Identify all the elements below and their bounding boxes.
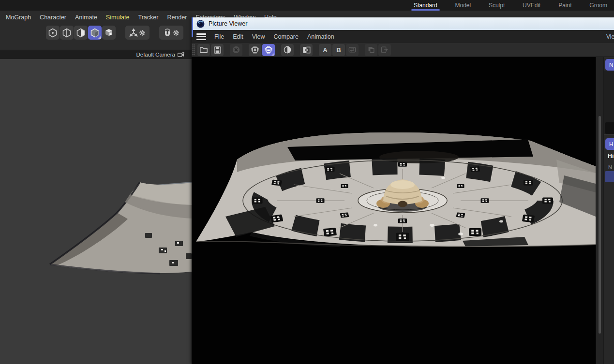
magnet-icon — [163, 29, 172, 37]
snap-button[interactable] — [159, 26, 183, 40]
cancel-circle-icon — [232, 45, 240, 54]
pv-menu-compare[interactable]: Compare — [270, 33, 303, 40]
image-a-button[interactable]: A — [319, 44, 331, 56]
hexagon-edge-icon — [62, 28, 72, 38]
contrast-icon — [283, 45, 292, 54]
hexagon-half-icon — [76, 28, 86, 38]
save-image-button[interactable] — [211, 44, 224, 56]
swap-arrows-icon — [348, 46, 357, 54]
menu-character[interactable]: Character — [35, 14, 71, 21]
swap-compare-button[interactable] — [346, 44, 359, 56]
export-arrow-icon — [380, 45, 389, 54]
picture-viewer-titlebar[interactable]: Picture Viewer — [192, 17, 614, 30]
compare-split-button[interactable] — [300, 44, 313, 56]
clipped-panel-label: Vie — [606, 30, 614, 43]
polygons-mode-button[interactable] — [74, 26, 88, 40]
tab-groom[interactable]: Groom — [584, 0, 612, 11]
camera-label[interactable]: Default Camera — [136, 52, 175, 58]
tab-sculpt[interactable]: Sculpt — [484, 0, 509, 11]
render-image — [192, 57, 596, 364]
menu-tracker[interactable]: Tracker — [134, 14, 163, 21]
cinema4d-logo-icon — [196, 20, 205, 28]
main-toolbar — [0, 24, 192, 50]
hexagon-model-icon — [90, 28, 100, 38]
export-image-button[interactable] — [378, 44, 391, 56]
ram-player-button[interactable] — [262, 44, 275, 56]
split-compare-icon — [302, 46, 311, 54]
hexagon-points-icon — [48, 28, 58, 38]
pv-menu-animation[interactable]: Animation — [303, 33, 339, 40]
model-mode-button[interactable] — [88, 26, 102, 40]
image-a-label: A — [323, 46, 327, 54]
cube-icon — [104, 28, 114, 38]
cinema4d-app: Standard Model Sculpt UVEdit Paint Groom… — [0, 0, 614, 364]
snap-settings-gear-icon — [173, 29, 180, 36]
pv-menu-file[interactable]: File — [210, 33, 228, 40]
picture-viewer-window: Picture Viewer File Edit View Compare An… — [192, 17, 614, 364]
display-filter-button[interactable] — [281, 44, 294, 56]
tab-standard[interactable]: Standard — [409, 0, 442, 11]
tab-uvedit[interactable]: UVEdit — [518, 0, 545, 11]
vertical-scrollbar[interactable] — [596, 57, 604, 364]
menu-simulate[interactable]: Simulate — [102, 14, 134, 21]
axis-icon — [129, 29, 138, 37]
chip-x-icon — [251, 45, 259, 54]
panel-tab-navigation[interactable]: N — [605, 59, 614, 71]
render-image-canvas[interactable] — [192, 57, 596, 364]
viewport-scene-mat — [0, 59, 192, 364]
compare-layers-button[interactable] — [365, 44, 377, 56]
panel-column-header: N — [608, 164, 612, 170]
tab-model[interactable]: Model — [450, 0, 476, 11]
object-mode-button[interactable] — [102, 26, 116, 40]
image-b-label: B — [336, 46, 341, 54]
floppy-save-icon — [213, 46, 222, 54]
chip-lines-icon — [264, 45, 273, 54]
camera-switch-icon[interactable] — [178, 52, 185, 58]
points-mode-button[interactable] — [46, 26, 60, 40]
panel-field[interactable] — [605, 122, 614, 134]
viewport-header: Default Camera — [0, 50, 192, 59]
axis-settings-gear-icon — [139, 29, 146, 36]
image-b-button[interactable]: B — [332, 44, 345, 56]
panel-section-title: Hi — [608, 153, 614, 160]
layers-icon — [367, 45, 375, 54]
selected-history-row[interactable] — [605, 171, 614, 182]
pv-menu-view[interactable]: View — [248, 33, 270, 40]
window-title: Picture Viewer — [209, 20, 247, 27]
scrollbar-thumb[interactable] — [599, 116, 601, 334]
side-panel-fragment: N H Hi N — [603, 57, 614, 364]
picture-viewer-menubar: File Edit View Compare Animation Vie — [192, 30, 614, 43]
hamburger-menu-icon[interactable] — [196, 33, 206, 40]
clear-ram-button[interactable] — [249, 44, 261, 56]
cancel-render-button[interactable] — [230, 44, 242, 56]
menu-render[interactable]: Render — [163, 14, 191, 21]
pv-menu-edit[interactable]: Edit — [228, 33, 248, 40]
menu-animate[interactable]: Animate — [71, 14, 102, 21]
open-folder-button[interactable] — [197, 44, 210, 56]
edges-mode-button[interactable] — [60, 26, 74, 40]
pv-right-dock: N H Hi N — [596, 57, 614, 364]
workspace-tabs: Standard Model Sculpt UVEdit Paint Groom — [409, 0, 612, 11]
picture-viewer-toolbar: A B — [192, 43, 614, 57]
axis-tool-button[interactable] — [125, 26, 150, 40]
tab-paint[interactable]: Paint — [554, 0, 576, 11]
panel-tab-history[interactable]: H — [605, 138, 614, 150]
viewport-canvas[interactable] — [0, 59, 192, 364]
folder-icon — [199, 46, 208, 54]
menu-mograph[interactable]: MoGraph — [1, 14, 35, 21]
